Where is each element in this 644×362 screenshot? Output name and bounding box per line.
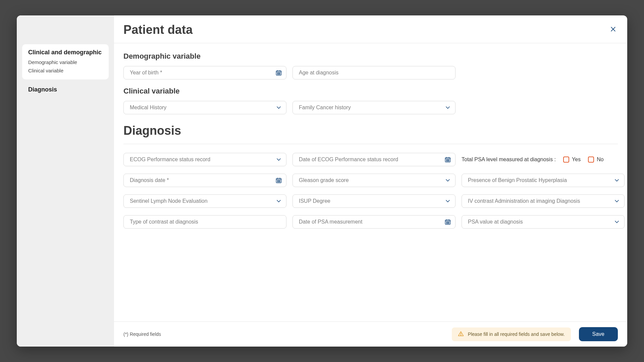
ecog-status-label: ECOG Performance status record (130, 157, 210, 163)
svg-point-38 (449, 222, 449, 223)
required-fields-note: (*) Required fields (123, 331, 161, 337)
svg-point-16 (446, 160, 447, 160)
psa-value-label: PSA value at diagnosis (468, 219, 523, 225)
calendar-icon (444, 219, 451, 225)
sentinel-label: Sentinel Lymph Node Evaluation (130, 198, 208, 204)
checkbox-icon (588, 157, 594, 163)
chevron-down-icon (613, 219, 620, 225)
family-cancer-history-label: Family Cancer history (299, 105, 351, 111)
sidebar-item-diagnosis[interactable]: Diagnosis (22, 82, 109, 97)
diagnosis-date-field[interactable]: Diagnosis date * (123, 174, 286, 187)
medical-history-label: Medical History (130, 105, 166, 111)
page-title: Patient data (123, 23, 193, 37)
ecog-status-field[interactable]: ECOG Performance status record (123, 153, 286, 166)
psa-yes-option[interactable]: Yes (563, 157, 581, 163)
psa-no-label: No (597, 157, 603, 163)
svg-point-21 (449, 161, 449, 161)
clinical-row: Medical History Family Cancer history (123, 101, 618, 114)
chevron-down-icon (275, 156, 282, 163)
psa-measured-group: Total PSA level measured at diagnosis : … (462, 157, 625, 163)
isup-field[interactable]: ISUP Degree (292, 194, 455, 208)
footer-right: Please fill in all required fields and s… (452, 327, 618, 341)
validation-alert-text: Please fill in all required fields and s… (468, 331, 565, 337)
ecog-date-field[interactable]: Date of ECOG Performance status record (292, 153, 455, 166)
svg-point-8 (280, 73, 280, 73)
bph-field[interactable]: Presence of Benign Prostatic Hyperplasia (462, 174, 625, 187)
svg-point-20 (447, 161, 448, 161)
svg-point-7 (278, 73, 279, 73)
iv-contrast-label: IV contrast Administration at imaging Di… (468, 198, 580, 204)
psa-date-label: Date of PSA measurement (299, 219, 362, 225)
svg-point-19 (446, 161, 447, 161)
ecog-date-label: Date of ECOG Performance status record (299, 157, 398, 163)
age-at-diagnosis-field[interactable]: Age at diagnosis (292, 66, 455, 79)
svg-point-39 (446, 223, 447, 224)
modal-footer: (*) Required fields Please fill in all r… (114, 321, 627, 347)
contrast-type-field[interactable]: Type of contrast at diagnosis (123, 215, 286, 229)
svg-point-6 (277, 73, 278, 73)
calendar-icon (444, 156, 451, 163)
psa-measured-label: Total PSA level measured at diagnosis : (462, 157, 556, 163)
iv-contrast-field[interactable]: IV contrast Administration at imaging Di… (462, 194, 625, 208)
sidebar-heading-clinical[interactable]: Clinical and demographic (28, 49, 103, 56)
calendar-icon (275, 177, 282, 184)
chevron-down-icon (444, 104, 451, 111)
patient-data-modal: Clinical and demographic Demographic var… (17, 15, 627, 347)
chevron-down-icon (613, 198, 620, 204)
psa-date-field[interactable]: Date of PSA measurement (292, 215, 455, 229)
diagnosis-date-label: Diagnosis date * (130, 177, 169, 183)
section-title-diagnosis: Diagnosis (123, 124, 618, 144)
svg-point-26 (277, 180, 278, 181)
close-button[interactable] (608, 25, 618, 35)
demographic-row: Year of birth * Age at diagnosis (123, 66, 618, 79)
svg-point-17 (447, 160, 448, 160)
gleason-label: Gleason grade score (299, 177, 349, 183)
chevron-down-icon (275, 104, 282, 111)
svg-point-30 (278, 181, 279, 182)
svg-point-31 (280, 181, 280, 182)
checkbox-icon (563, 157, 569, 163)
psa-value-field[interactable]: PSA value at diagnosis (462, 215, 625, 229)
year-of-birth-field[interactable]: Year of birth * (123, 66, 286, 79)
medical-history-field[interactable]: Medical History (123, 101, 286, 114)
family-cancer-history-field[interactable]: Family Cancer history (292, 101, 455, 114)
chevron-down-icon (444, 198, 451, 204)
chevron-down-icon (613, 177, 620, 184)
svg-point-9 (277, 74, 278, 74)
validation-alert: Please fill in all required fields and s… (452, 327, 571, 341)
isup-label: ISUP Degree (299, 198, 330, 204)
diagnosis-row-3: Sentinel Lymph Node Evaluation ISUP Degr… (123, 194, 618, 208)
calendar-icon (275, 69, 282, 76)
warning-icon (458, 331, 464, 338)
year-of-birth-label: Year of birth * (130, 70, 162, 76)
svg-point-18 (449, 160, 449, 160)
svg-point-36 (446, 222, 447, 223)
svg-point-10 (278, 74, 279, 74)
bph-label: Presence of Benign Prostatic Hyperplasia (468, 177, 567, 183)
sidebar-item-clinical[interactable]: Clinical variable (28, 66, 103, 75)
psa-no-option[interactable]: No (588, 157, 603, 163)
modal-header: Patient data (114, 15, 627, 43)
svg-point-11 (280, 74, 280, 74)
diagnosis-row-2: Diagnosis date * Gleason grade score Pre… (123, 174, 618, 187)
svg-point-29 (277, 181, 278, 182)
gleason-field[interactable]: Gleason grade score (292, 174, 455, 187)
save-button[interactable]: Save (579, 327, 618, 341)
sidebar: Clinical and demographic Demographic var… (17, 15, 114, 347)
sidebar-section-clinical: Clinical and demographic Demographic var… (22, 44, 109, 79)
svg-point-43 (461, 335, 461, 336)
svg-point-28 (280, 180, 280, 181)
sentinel-field[interactable]: Sentinel Lymph Node Evaluation (123, 194, 286, 208)
diagnosis-rows: ECOG Performance status record Date of E… (123, 144, 618, 229)
psa-yes-label: Yes (572, 157, 581, 163)
diagnosis-row-1: ECOG Performance status record Date of E… (123, 153, 618, 166)
close-icon (610, 26, 616, 34)
svg-point-37 (447, 222, 448, 223)
contrast-type-label: Type of contrast at diagnosis (130, 219, 198, 225)
svg-point-40 (447, 223, 448, 224)
section-label-clinical: Clinical variable (123, 87, 618, 96)
age-at-diagnosis-label: Age at diagnosis (299, 70, 338, 76)
section-label-demographic: Demographic variable (123, 52, 618, 61)
form-content: Demographic variable Year of birth * Age… (114, 43, 627, 321)
sidebar-item-demographic[interactable]: Demographic variable (28, 58, 103, 66)
